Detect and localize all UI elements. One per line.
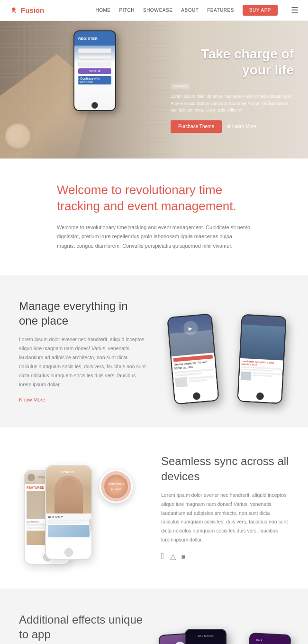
buy-app-button[interactable]: Buy App bbox=[243, 5, 278, 16]
windows-icon[interactable]: ■ bbox=[181, 553, 185, 560]
welcome-section: Welcome to revolutionary time tracking a… bbox=[0, 159, 308, 275]
manage-know-more-link[interactable]: Know More bbox=[19, 397, 45, 402]
magnifier-content: Jennifer'sphoto bbox=[101, 471, 131, 502]
svg-point-0 bbox=[12, 7, 15, 10]
effects-phone-2-screen: 20:0 S.Kway Hong Kong at Night bbox=[186, 630, 226, 644]
effects-phone-2: 20:0 S.Kway Hong Kong at Night bbox=[185, 629, 226, 644]
platform-icons:  △ ■ bbox=[161, 551, 289, 561]
hero-subtitle: Lorem ipsum dolor sit amet, has amet Fus… bbox=[171, 93, 294, 114]
welcome-body: Welcome to revolutionary time tracking a… bbox=[57, 223, 251, 251]
sync-phones: Chloe Howells FEATURED POST ACTIVITY Cro… bbox=[19, 451, 147, 565]
sync-section: Chloe Howells FEATURED POST ACTIVITY Cro… bbox=[0, 427, 308, 588]
hero-phone-home-button bbox=[91, 102, 98, 109]
manage-body: Lorem ipsum dolor evener nec handrerit, … bbox=[19, 335, 147, 389]
purchase-theme-button[interactable]: Purchase Theme bbox=[171, 121, 222, 133]
hero-title: Take charge of your life bbox=[171, 46, 294, 78]
logo-icon bbox=[9, 6, 18, 15]
phone-volume-button bbox=[89, 519, 91, 531]
nav-features[interactable]: Features bbox=[207, 8, 234, 13]
sync-text: Seamless sync across all devices Lorem i… bbox=[161, 454, 289, 561]
screen-avatar bbox=[27, 474, 35, 481]
manage-text: Manage everything in one place Lorem ips… bbox=[19, 299, 147, 403]
logo[interactable]: Fusion bbox=[9, 6, 44, 15]
magnifier-glass: Jennifer'sphoto bbox=[100, 470, 133, 503]
nav-home[interactable]: Home bbox=[95, 8, 110, 13]
effects-phone-3-screen: ← Back Hong Kong bbox=[246, 634, 290, 644]
manage-phones: ▶ Obama targets tip 7% with $300b tax pl… bbox=[161, 299, 289, 403]
effects-section: Additional effects unique to app Lorem i… bbox=[0, 588, 308, 644]
manage-phone-left: ▶ Obama targets tip 7% with $300b tax pl… bbox=[167, 314, 219, 405]
effects-phone-3: ← Back Hong Kong bbox=[245, 633, 291, 644]
effects-text: Additional effects unique to app Lorem i… bbox=[19, 612, 147, 644]
sync-heading: Seamless sync across all devices bbox=[161, 454, 289, 483]
apple-icon[interactable]:  bbox=[161, 551, 164, 561]
nav-pitch[interactable]: Pitch bbox=[119, 8, 135, 13]
hamburger-icon[interactable]: ☰ bbox=[291, 5, 299, 16]
nav-showcase[interactable]: Showcase bbox=[143, 8, 172, 13]
navbar: Fusion Home Pitch Showcase About Feature… bbox=[0, 0, 308, 21]
effects-phones: f Log In Sign in with Facebook bbox=[161, 612, 289, 644]
android-icon[interactable]: △ bbox=[170, 552, 176, 561]
sync-phone-front-screen: Croque... ACTIVITY bbox=[46, 466, 91, 559]
hero-content: Take charge of your life ★★★★★ Lorem ips… bbox=[171, 46, 294, 133]
manage-phone-right: Landlords complain about useless stuff bbox=[237, 314, 287, 404]
effects-heading: Additional effects unique to app bbox=[19, 612, 147, 642]
nav-links: Home Pitch Showcase About Features Buy A… bbox=[95, 5, 299, 16]
hero-buttons: Purchase Theme or Learn More bbox=[171, 121, 294, 133]
hero-phone-mockup: REGISTER SIGN UP f Continue with Faceboo… bbox=[73, 30, 116, 111]
hero-phone-screen: REGISTER SIGN UP f Continue with Faceboo… bbox=[74, 31, 115, 110]
manage-phone-right-screen: Landlords complain about useless stuff bbox=[238, 315, 285, 403]
manage-phone-left-screen: ▶ Obama targets tip 7% with $300b tax pl… bbox=[168, 315, 218, 404]
hero-learn-link[interactable]: or Learn More bbox=[226, 124, 256, 130]
sync-phone-front-home bbox=[64, 548, 73, 557]
sync-phone-front: Croque... ACTIVITY bbox=[45, 465, 92, 560]
manage-section: Manage everything in one place Lorem ips… bbox=[0, 275, 308, 427]
sync-body: Lorem ipsum dolor evener nec handrerit, … bbox=[161, 491, 289, 544]
nav-about[interactable]: About bbox=[181, 8, 199, 13]
hero-section: REGISTER SIGN UP f Continue with Faceboo… bbox=[0, 21, 308, 159]
welcome-heading: Welcome to revolutionary time tracking a… bbox=[57, 182, 251, 215]
manage-heading: Manage everything in one place bbox=[19, 299, 147, 328]
